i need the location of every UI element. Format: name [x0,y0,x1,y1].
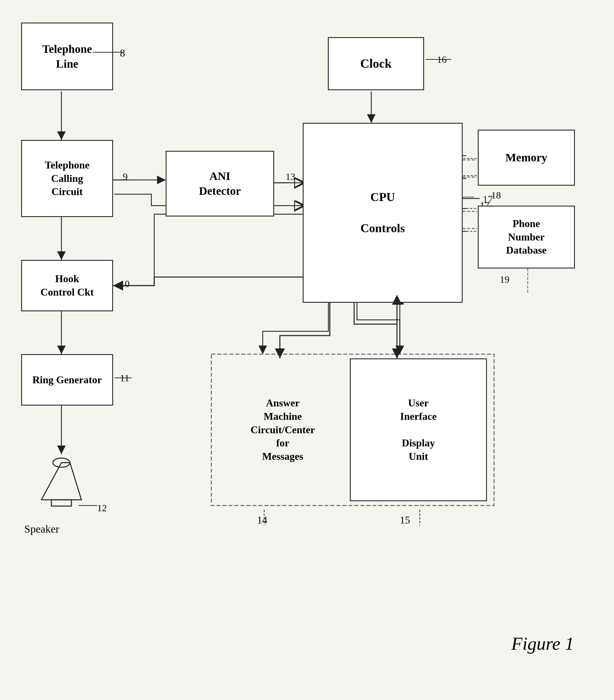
ani-detector-label: ANIDetector [199,169,241,199]
ref19-line [526,268,529,297]
telephone-line-label: TelephoneLine [42,42,92,71]
hook-control-box: HookControl Ckt [21,260,113,311]
ring-generator-box: Ring Generator [21,354,113,405]
ref15-line [418,510,421,527]
svg-marker-18 [41,463,82,500]
clock-label: Clock [360,55,392,72]
ref-15: 15 [400,514,410,526]
diagram-svg [0,0,614,700]
user-interface-label: UserInerfaceDisplayUnit [400,397,437,463]
ref-12: 12 [97,503,107,513]
ring-generator-label: Ring Generator [33,373,102,387]
user-interface-box: UserInerfaceDisplayUnit [350,359,487,501]
ref-18: 18 [491,190,501,201]
ref-9: 9 [123,171,128,182]
ref16-line [424,57,453,62]
speaker-label: Speaker [24,523,59,535]
ref11-line [113,376,133,380]
telephone-calling-label: TelephoneCallingCircuit [45,159,90,199]
answer-machine-label: AnswerMachineCircuit/CenterforMessages [250,397,315,463]
memory-box: Memory [478,130,575,186]
ref-19: 19 [500,274,510,285]
svg-rect-19 [51,500,71,506]
ref8-line [91,49,126,55]
connector-overlay: 17 [0,0,614,700]
telephone-line-box: TelephoneLine [21,23,113,90]
memory-label: Memory [505,150,548,165]
answer-machine-box: AnswerMachineCircuit/CenterforMessages [216,359,350,501]
ani-detector-box: ANIDetector [166,151,274,216]
ref-14: 14 [257,514,267,526]
cpu-label: CPUControls [360,189,405,236]
clock-box: Clock [328,37,424,90]
ref14-line [263,510,266,527]
speaker-icon [28,454,94,517]
hook-control-label: HookControl Ckt [40,272,94,299]
ref-13: 13 [286,171,295,182]
phone-number-database-box: PhoneNumberDatabase [478,205,575,268]
ref-10: 10 [120,278,130,289]
phone-db-label: PhoneNumberDatabase [506,217,547,257]
cpu-box: CPUControls [303,123,463,303]
telephone-calling-circuit-box: TelephoneCallingCircuit [21,140,113,217]
figure-label: Figure 1 [511,633,574,654]
diagram-container: TelephoneLine 8 TelephoneCallingCircuit … [0,0,614,700]
